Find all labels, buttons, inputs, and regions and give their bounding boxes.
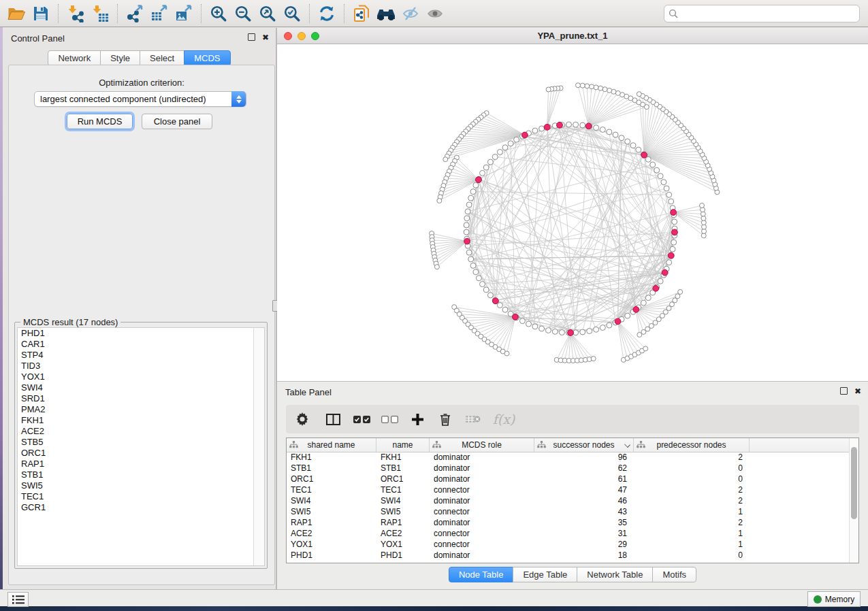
graph-node[interactable]	[483, 287, 489, 293]
mcds-result-item[interactable]: GCR1	[18, 502, 264, 513]
cell-mcds_role[interactable]: connector	[430, 484, 534, 495]
cell-predecessor_nodes[interactable]: 1	[634, 506, 750, 517]
graph-node[interactable]	[519, 318, 525, 324]
graph-node[interactable]	[470, 263, 476, 268]
graph-node[interactable]	[650, 162, 656, 167]
cell-shared_name[interactable]: FKH1	[287, 452, 376, 463]
graph-node[interactable]	[502, 307, 508, 312]
table-scrollbar[interactable]	[849, 438, 858, 563]
cell-successor_nodes[interactable]: 61	[534, 474, 634, 484]
cell-predecessor_nodes[interactable]: 0	[634, 474, 750, 484]
delete-table-icon[interactable]	[459, 405, 487, 433]
cell-successor_nodes[interactable]: 29	[534, 539, 634, 550]
cell-name[interactable]: FKH1	[376, 452, 430, 463]
graph-node[interactable]	[666, 260, 672, 265]
graph-node[interactable]	[672, 219, 677, 225]
graph-node[interactable]	[594, 125, 599, 131]
graph-node[interactable]	[483, 165, 489, 170]
graph-node-dominator[interactable]	[493, 298, 499, 304]
graph-node[interactable]	[504, 351, 509, 356]
cell-predecessor_nodes[interactable]: 2	[634, 517, 750, 528]
column-header-successor-nodes[interactable]: successor nodes	[534, 438, 634, 452]
graph-nodes[interactable]	[430, 83, 720, 363]
cell-successor_nodes[interactable]: 35	[534, 517, 634, 528]
graph-node[interactable]	[434, 265, 439, 269]
graph-node[interactable]	[480, 170, 485, 176]
graph-node[interactable]	[580, 83, 585, 88]
graph-node[interactable]	[675, 294, 680, 299]
cell-name[interactable]: TEC1	[376, 484, 430, 495]
gear-icon[interactable]	[286, 405, 319, 433]
table-row[interactable]: TEC1TEC1connector472	[287, 484, 850, 495]
binoculars-icon[interactable]	[374, 2, 398, 25]
graph-node[interactable]	[468, 257, 474, 262]
memory-button[interactable]: Memory	[807, 591, 861, 607]
graph-node[interactable]	[539, 326, 545, 331]
tab-mcds[interactable]: MCDS	[184, 50, 230, 66]
graph-node-dominator[interactable]	[633, 307, 639, 313]
add-row-icon[interactable]	[403, 405, 432, 433]
cell-successor_nodes[interactable]: 47	[534, 484, 634, 495]
mcds-result-item[interactable]: TID3	[18, 361, 264, 371]
cell-shared_name[interactable]: PHD1	[287, 550, 376, 561]
cell-successor_nodes[interactable]: 31	[534, 528, 634, 539]
graph-node[interactable]	[607, 129, 612, 135]
duplicate-network-icon[interactable]	[349, 2, 374, 25]
graph-node[interactable]	[654, 167, 660, 173]
graph-node[interactable]	[613, 132, 618, 137]
cell-shared_name[interactable]: SWI4	[287, 495, 376, 506]
graph-node-dominator[interactable]	[662, 269, 668, 276]
task-history-button[interactable]	[7, 592, 29, 607]
graph-node-dominator[interactable]	[513, 314, 519, 320]
graph-node[interactable]	[591, 357, 596, 361]
graph-node[interactable]	[464, 229, 469, 235]
zoom-out-icon[interactable]	[231, 2, 255, 25]
graph-node-dominator[interactable]	[476, 177, 482, 183]
graph-node[interactable]	[585, 84, 590, 88]
cell-mcds_role[interactable]: connector	[430, 528, 534, 539]
cell-mcds_role[interactable]: dominator	[430, 517, 534, 528]
graph-node[interactable]	[566, 122, 572, 127]
optimization-criterion-select[interactable]: largest connected component (undirected)	[34, 91, 246, 107]
graph-node[interactable]	[643, 346, 648, 351]
graph-node[interactable]	[466, 250, 472, 255]
network-window-titlebar[interactable]: YPA_prune.txt_1	[277, 28, 868, 44]
mcds-result-item[interactable]: FKH1	[18, 415, 264, 426]
graph-node[interactable]	[466, 202, 472, 208]
table-row[interactable]: SWI4SWI4dominator462	[287, 495, 850, 506]
cell-shared_name[interactable]: RAP1	[287, 517, 376, 528]
graph-node[interactable]	[502, 145, 508, 150]
graph-node[interactable]	[487, 293, 493, 298]
graph-node[interactable]	[587, 329, 592, 334]
graph-node[interactable]	[532, 324, 538, 329]
delete-row-trash-icon[interactable]	[432, 405, 459, 433]
table-row[interactable]: FKH1FKH1dominator962	[287, 452, 850, 463]
table-row[interactable]: PHD1PHD1dominator180	[287, 550, 850, 561]
export-image-icon[interactable]	[172, 2, 196, 25]
cell-successor_nodes[interactable]: 62	[534, 463, 634, 474]
tab-select[interactable]: Select	[140, 50, 184, 66]
cell-mcds_role[interactable]: dominator	[430, 474, 534, 484]
graph-node[interactable]	[580, 122, 585, 128]
mcds-result-item[interactable]: SRD1	[18, 393, 264, 404]
zoom-in-icon[interactable]	[206, 2, 231, 25]
table-row[interactable]: ACE2ACE2connector311	[287, 528, 850, 539]
cell-shared_name[interactable]: YOX1	[287, 539, 376, 550]
select-all-checkboxes-icon[interactable]	[347, 405, 376, 433]
cell-shared_name[interactable]: TEC1	[287, 484, 376, 495]
graph-node[interactable]	[600, 127, 605, 133]
columns-view-icon[interactable]	[319, 405, 347, 433]
graph-node-dominator[interactable]	[671, 210, 677, 216]
export-network-icon[interactable]	[123, 2, 147, 25]
float-panel-icon[interactable]	[840, 387, 848, 395]
graph-node[interactable]	[645, 295, 651, 301]
column-header-MCDS-role[interactable]: MCDS role	[430, 438, 534, 452]
graph-node[interactable]	[664, 186, 669, 191]
graph-node-dominator[interactable]	[522, 132, 528, 138]
graph-node[interactable]	[559, 330, 564, 335]
tab-style[interactable]: Style	[100, 50, 140, 66]
tab-network[interactable]: Network	[48, 50, 101, 66]
cell-shared_name[interactable]: ACE2	[287, 528, 376, 539]
cell-mcds_role[interactable]: dominator	[430, 463, 534, 474]
mcds-result-item[interactable]: STB5	[18, 437, 264, 448]
